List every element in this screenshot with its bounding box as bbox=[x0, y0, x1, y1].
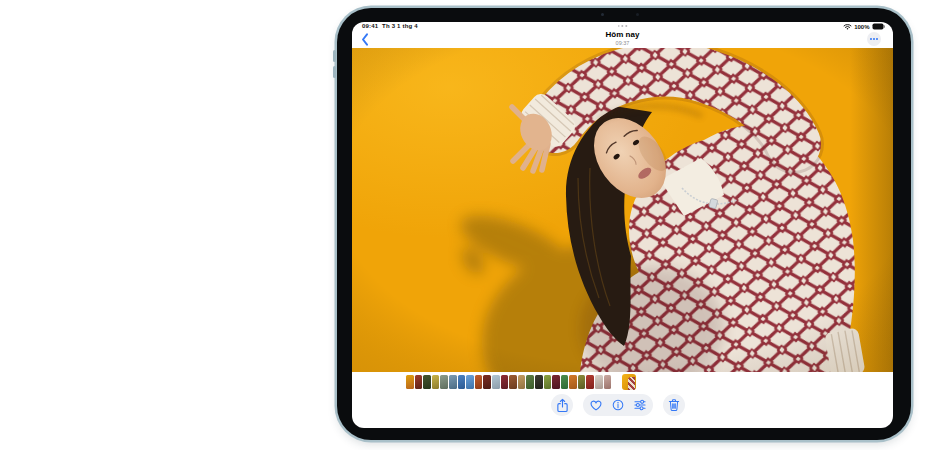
filmstrip-thumbnail[interactable] bbox=[535, 375, 543, 389]
photo-timestamp: 09:37 bbox=[352, 40, 893, 46]
heart-icon bbox=[590, 400, 602, 411]
battery-icon bbox=[872, 23, 885, 30]
filmstrip-thumbnail[interactable] bbox=[518, 375, 526, 389]
filmstrip-selected-thumbnail[interactable] bbox=[622, 374, 636, 390]
photo-canvas[interactable] bbox=[352, 48, 893, 372]
sliders-icon bbox=[634, 399, 646, 411]
ipad-frame: 09:41 Th 3 1 thg 4 100% Hôm nay bbox=[337, 8, 911, 440]
volume-down-button bbox=[333, 66, 336, 78]
more-button[interactable] bbox=[867, 32, 881, 46]
multitask-indicator[interactable] bbox=[618, 25, 627, 27]
filmstrip-thumbnail[interactable] bbox=[406, 375, 414, 389]
status-time: 09:41 bbox=[362, 23, 378, 29]
filmstrip-thumbnail[interactable] bbox=[569, 375, 577, 389]
filmstrip-thumbnail[interactable] bbox=[432, 375, 440, 389]
filmstrip-thumbnail[interactable] bbox=[415, 375, 423, 389]
filmstrip-thumbnail[interactable] bbox=[544, 375, 552, 389]
filmstrip-thumbnail[interactable] bbox=[604, 375, 612, 389]
toolbar-pill bbox=[583, 394, 653, 416]
share-icon bbox=[556, 398, 569, 413]
page: 09:41 Th 3 1 thg 4 100% Hôm nay bbox=[0, 0, 932, 450]
filmstrip-thumbnail[interactable] bbox=[595, 375, 603, 389]
share-button[interactable] bbox=[551, 394, 573, 416]
filmstrip-thumbnail[interactable] bbox=[509, 375, 517, 389]
page-title: Hôm nay bbox=[352, 30, 893, 39]
filmstrip-thumbnail[interactable] bbox=[578, 375, 586, 389]
filmstrip-thumbnail[interactable] bbox=[492, 375, 500, 389]
status-time-date: 09:41 Th 3 1 thg 4 bbox=[362, 23, 418, 29]
info-icon bbox=[612, 399, 624, 411]
filmstrip-thumbnail[interactable] bbox=[561, 375, 569, 389]
filmstrip-thumbnail[interactable] bbox=[458, 375, 466, 389]
filmstrip-thumbnail[interactable] bbox=[586, 375, 594, 389]
delete-button[interactable] bbox=[663, 394, 685, 416]
status-date: Th 3 1 thg 4 bbox=[382, 23, 418, 29]
filmstrip-thumbnail[interactable] bbox=[475, 375, 483, 389]
filmstrip-thumbnail[interactable] bbox=[501, 375, 509, 389]
wifi-icon bbox=[843, 23, 852, 30]
battery-percent: 100% bbox=[854, 24, 869, 30]
ellipsis-icon bbox=[870, 38, 872, 40]
filmstrip-thumbnail[interactable] bbox=[449, 375, 457, 389]
filmstrip-thumbnail[interactable] bbox=[423, 375, 431, 389]
status-right: 100% bbox=[843, 23, 885, 30]
filmstrip-thumbnail[interactable] bbox=[483, 375, 491, 389]
front-camera-icon bbox=[601, 13, 604, 16]
filmstrip[interactable] bbox=[406, 375, 611, 389]
filmstrip-thumbnail[interactable] bbox=[526, 375, 534, 389]
info-button[interactable] bbox=[609, 396, 627, 414]
filmstrip-thumbnail[interactable] bbox=[552, 375, 560, 389]
sensor-dot-icon bbox=[636, 13, 639, 16]
filmstrip-thumbnail[interactable] bbox=[466, 375, 474, 389]
trash-icon bbox=[668, 398, 680, 412]
screen: 09:41 Th 3 1 thg 4 100% Hôm nay bbox=[352, 22, 893, 428]
filmstrip-thumbnail[interactable] bbox=[440, 375, 448, 389]
volume-up-button bbox=[333, 50, 336, 62]
adjust-button[interactable] bbox=[631, 396, 649, 414]
favorite-button[interactable] bbox=[587, 396, 605, 414]
